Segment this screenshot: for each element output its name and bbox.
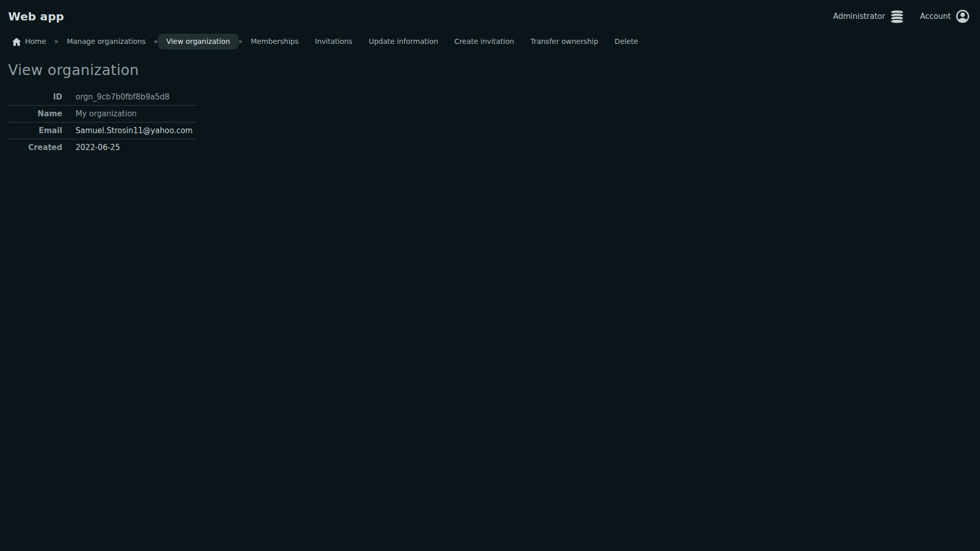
nav-item-view-organization[interactable]: View organization (158, 34, 238, 49)
app-title[interactable]: Web app (8, 10, 64, 23)
account-label: Account (920, 12, 951, 21)
nav-item-create-invitation[interactable]: Create invitation (446, 34, 522, 49)
detail-value: Samuel.Strosin11@yahoo.com (62, 122, 197, 139)
topbar-right: Administrator Account (833, 9, 970, 23)
nav-item-home[interactable]: Home (4, 34, 54, 49)
detail-value: 2022-06-25 (62, 139, 197, 156)
table-row: Created 2022-06-25 (8, 139, 197, 156)
database-icon (890, 10, 904, 23)
table-row: Email Samuel.Strosin11@yahoo.com (8, 122, 197, 139)
user-circle-icon (955, 9, 970, 23)
table-row: Name My organization (8, 106, 197, 122)
detail-label: Name (8, 106, 62, 122)
nav-item-update-information[interactable]: Update information (360, 34, 446, 49)
details-table: ID orgn_9cb7b0fbf8b9a5d8 Name My organiz… (8, 89, 197, 156)
main-content: View organization ID orgn_9cb7b0fbf8b9a5… (0, 63, 980, 156)
nav-item-invitations[interactable]: Invitations (307, 34, 360, 49)
nav-item-memberships[interactable]: Memberships (242, 34, 307, 49)
table-row: ID orgn_9cb7b0fbf8b9a5d8 (8, 89, 197, 106)
detail-label: Email (8, 122, 62, 139)
nav-item-transfer-ownership[interactable]: Transfer ownership (522, 34, 606, 49)
detail-value: My organization (62, 106, 197, 122)
nav-item-delete[interactable]: Delete (606, 34, 646, 49)
breadcrumb-separator-icon: » (154, 37, 158, 46)
page-title: View organization (8, 63, 972, 78)
detail-value: orgn_9cb7b0fbf8b9a5d8 (62, 89, 197, 106)
detail-label: Created (8, 139, 62, 156)
breadcrumb-separator-icon: » (54, 37, 59, 46)
breadcrumb-separator-icon: » (238, 37, 243, 46)
administrator-link[interactable]: Administrator (833, 10, 904, 23)
account-link[interactable]: Account (920, 9, 970, 23)
administrator-label: Administrator (833, 12, 885, 21)
breadcrumb: Home»Manage organizations»View organizat… (0, 34, 980, 49)
topbar: Web app Administrator Account (0, 0, 980, 23)
detail-label: ID (8, 89, 62, 106)
home-icon (12, 38, 21, 46)
nav-item-manage-organizations[interactable]: Manage organizations (59, 34, 154, 49)
